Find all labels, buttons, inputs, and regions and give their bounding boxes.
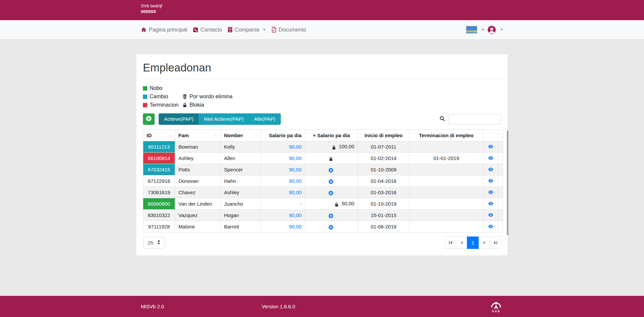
table-row[interactable]: 73061619 Chavez Ashley 90,00 01-03-2016 xyxy=(143,187,503,198)
employee-id-cell: 83010322 xyxy=(143,210,175,221)
filler-cell xyxy=(498,187,503,198)
salario-link[interactable]: 90,00 xyxy=(289,190,302,195)
eye-icon[interactable] xyxy=(488,178,493,184)
salario-link[interactable]: - xyxy=(300,201,302,207)
page-size-select[interactable]: 25 xyxy=(143,237,165,249)
eye-icon[interactable] xyxy=(488,144,493,150)
sort-icon[interactable]: ↑↓ xyxy=(255,133,257,138)
extra-salario-cell xyxy=(305,210,358,221)
updown-arrows-icon xyxy=(157,240,160,246)
table-header-row: ID↑↓ Fam↑↓ Nomber↑↓ Salario pa dia + Sal… xyxy=(143,130,503,141)
top-header-bar: SVb bedrijf 000000 xyxy=(0,0,644,20)
table-row[interactable]: 67122916 Donovan Hahn 90,00 01-04-2016 xyxy=(143,175,503,187)
table-row[interactable]: 80060900 Van der Linden Juancho - 50,00 … xyxy=(143,198,503,210)
salario-link[interactable]: 90,00 xyxy=(289,212,302,218)
inicio-cell: 01-03-2016 xyxy=(358,187,410,198)
salario-link[interactable]: 90,00 xyxy=(289,144,302,150)
inicio-cell: 01-04-2016 xyxy=(358,175,410,187)
inicio-cell: 01-07-2011 xyxy=(358,141,410,153)
table-toolbar: Actieve(PAP) Niet Actieve(PAP) Alle(PAP) xyxy=(143,113,501,125)
last-page-button[interactable] xyxy=(490,236,501,249)
nav-label: Documento xyxy=(279,27,306,33)
first-page-button[interactable] xyxy=(445,236,456,249)
tab-actieve-pap[interactable]: Actieve(PAP) xyxy=(159,113,199,125)
table-row[interactable]: 97111928 Malone Barrett 90,00 01-06-2018 xyxy=(143,221,503,232)
eye-icon[interactable] xyxy=(488,212,493,218)
extra-salario-cell xyxy=(305,153,358,164)
table-row[interactable]: 65111213 Bowman Kelly 90,00 100,00 01-07… xyxy=(143,141,503,153)
col-header-fam[interactable]: Fam↑↓ xyxy=(175,130,221,141)
nomber-cell: Allen xyxy=(221,153,261,164)
salario-link[interactable]: 90,00 xyxy=(289,155,302,161)
search-input[interactable] xyxy=(448,114,501,124)
chevron-down-icon[interactable] xyxy=(482,29,484,31)
eye-icon[interactable] xyxy=(488,224,493,229)
view-cell xyxy=(483,153,498,164)
plus-circle-icon[interactable] xyxy=(328,213,333,219)
salario-link[interactable]: 90,00 xyxy=(289,224,302,229)
sort-icon[interactable]: ↑↓ xyxy=(169,133,171,138)
legend-blokia: Blokia xyxy=(182,102,232,108)
salario-link[interactable]: 90,00 xyxy=(289,167,302,172)
filler-cell xyxy=(498,175,503,187)
plus-circle-icon xyxy=(146,115,152,123)
nav-item-contacto[interactable]: Contacto xyxy=(193,27,222,33)
view-cell xyxy=(483,198,498,210)
employee-table: ID↑↓ Fam↑↓ Nomber↑↓ Salario pa dia + Sal… xyxy=(143,129,503,232)
plus-circle-icon[interactable] xyxy=(328,178,333,184)
eye-icon[interactable] xyxy=(488,190,493,195)
footer-app-name: MiSVb 2.0 xyxy=(141,304,262,309)
sort-icon[interactable]: ↑↓ xyxy=(214,133,217,138)
page-number-button[interactable]: 1 xyxy=(467,236,479,249)
fam-cell: Potts xyxy=(175,164,221,175)
nav-item-compania[interactable]: Compania xyxy=(228,27,266,33)
terminacion-cell xyxy=(410,175,483,187)
tab-niet-actieve-pap[interactable]: Niet Actieve(PAP) xyxy=(199,113,249,125)
salario-cell: 90,00 xyxy=(261,141,305,153)
salario-link[interactable]: 90,00 xyxy=(289,178,302,184)
plus-circle-icon[interactable] xyxy=(328,224,333,230)
footer-version: Version 1.6.6.0 xyxy=(262,304,382,309)
col-header-actions xyxy=(483,130,498,141)
lock-icon xyxy=(182,103,187,108)
nav-item-documento[interactable]: Documento xyxy=(271,27,306,33)
building-icon xyxy=(228,27,232,33)
filler-cell xyxy=(498,198,503,210)
salario-cell: 90,00 xyxy=(261,221,305,232)
lock-icon xyxy=(332,144,336,150)
table-row[interactable]: 67032415 Potts Spencer 90,00 01-10-2009 xyxy=(143,164,503,175)
salario-cell: 90,00 xyxy=(261,210,305,221)
table-row[interactable]: 66100814 Ashley Allen 90,00 01-02-2014 0… xyxy=(143,153,503,164)
employee-id-cell: 73061619 xyxy=(143,187,175,198)
lock-icon xyxy=(329,156,333,161)
plus-circle-icon[interactable] xyxy=(328,190,333,196)
legend-label: Blokia xyxy=(190,102,204,108)
fam-cell: Chavez xyxy=(175,187,221,198)
tab-alle-pap[interactable]: Alle(PAP) xyxy=(249,113,281,125)
legend-label: Por wordo elimina xyxy=(190,94,232,100)
next-page-button[interactable] xyxy=(479,236,490,249)
language-flag-aruba[interactable]: ✦ xyxy=(466,26,477,34)
terminacion-cell xyxy=(410,221,483,232)
chevron-down-icon[interactable] xyxy=(500,29,503,31)
col-header-nomber[interactable]: Nomber↑↓ xyxy=(221,130,261,141)
table-scrollbar[interactable] xyxy=(507,130,508,235)
terminacion-cell xyxy=(410,141,483,153)
plus-circle-icon[interactable] xyxy=(328,167,333,173)
nav-item-pagina-principal[interactable]: Pagina principal xyxy=(141,27,187,33)
nomber-cell: Ashley xyxy=(221,187,261,198)
terminacion-cell: 01-01-2019 xyxy=(410,153,483,164)
col-header-id[interactable]: ID↑↓ xyxy=(143,130,175,141)
user-avatar-icon[interactable] xyxy=(487,25,496,34)
filler-cell xyxy=(498,210,503,221)
eye-icon[interactable] xyxy=(488,167,493,172)
eye-icon[interactable] xyxy=(488,155,493,161)
previous-page-button[interactable] xyxy=(456,236,467,249)
page-footer: MiSVb 2.0 Version 1.6.6.0 SVb xyxy=(0,296,644,317)
eye-icon[interactable] xyxy=(488,201,493,207)
add-employee-button[interactable] xyxy=(143,113,155,125)
table-row[interactable]: 83010322 Vazquez Hogan 90,00 15-01-2015 xyxy=(143,210,503,221)
fam-cell: Ashley xyxy=(175,153,221,164)
salario-cell: 90,00 xyxy=(261,153,305,164)
nomber-cell: Barrett xyxy=(221,221,261,232)
